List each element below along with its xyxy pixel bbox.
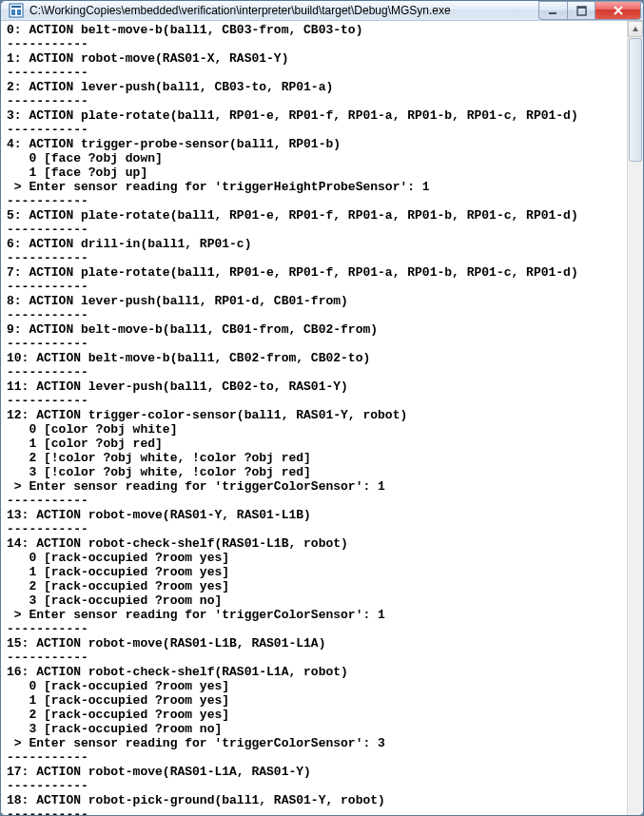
vertical-scrollbar[interactable] [627, 21, 643, 816]
svg-rect-6 [577, 7, 586, 9]
app-window: C:\WorkingCopies\embedded\verification\i… [0, 0, 644, 816]
window-controls [538, 1, 641, 20]
close-button[interactable] [595, 1, 641, 20]
svg-rect-2 [11, 10, 15, 15]
app-icon [9, 3, 24, 18]
scrollbar-up-button[interactable] [628, 21, 643, 37]
titlebar[interactable]: C:\WorkingCopies\embedded\verification\i… [1, 1, 643, 21]
minimize-button[interactable] [538, 1, 567, 20]
svg-rect-1 [11, 6, 21, 8]
scrollbar-thumb[interactable] [629, 38, 642, 162]
console-output: 0: ACTION belt-move-b(ball1, CB03-from, … [1, 21, 627, 816]
client-area: 0: ACTION belt-move-b(ball1, CB03-from, … [1, 21, 643, 816]
maximize-button[interactable] [567, 1, 595, 20]
svg-rect-4 [549, 12, 556, 14]
window-title: C:\WorkingCopies\embedded\verification\i… [29, 4, 533, 17]
svg-rect-3 [17, 10, 21, 15]
